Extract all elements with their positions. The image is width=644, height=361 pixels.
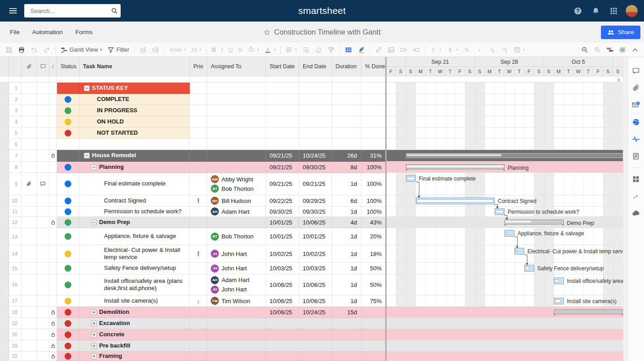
duration-cell[interactable] (332, 128, 361, 139)
assigned-to-cell[interactable]: JHJohn Hart (207, 263, 266, 274)
priority-cell[interactable] (190, 139, 207, 150)
attachment-cell[interactable] (22, 139, 37, 150)
redo-button[interactable] (41, 44, 52, 55)
row-number[interactable]: 9 (9, 173, 22, 195)
row-number[interactable]: 17 (9, 295, 22, 307)
priority-cell[interactable] (190, 329, 207, 340)
end-date-cell[interactable] (299, 83, 332, 94)
duration-cell[interactable]: 6d (332, 195, 361, 207)
gantt-summary-bar[interactable] (505, 220, 564, 225)
task-name-cell[interactable]: IN PROGRESS (79, 105, 190, 116)
end-date-cell[interactable] (299, 94, 332, 105)
attachment-cell[interactable] (22, 207, 37, 217)
assigned-to-cell[interactable]: AHAdam HartJHJohn Hart (207, 274, 266, 295)
row-number[interactable]: 22 (9, 318, 22, 329)
priority-cell[interactable] (190, 207, 207, 217)
share-button[interactable]: Share (601, 26, 640, 39)
end-date-cell[interactable]: 09/30/25 (299, 207, 332, 217)
comment-cell[interactable] (37, 263, 49, 274)
column-header-duration[interactable]: Duration (332, 57, 361, 76)
assigned-to-cell[interactable] (207, 352, 266, 361)
assigned-to-cell[interactable] (207, 307, 266, 318)
fill-color-button[interactable]: ▾ (245, 44, 261, 55)
start-date-cell[interactable]: 10/03/25 (266, 263, 299, 274)
sheet-summary-button[interactable] (629, 148, 643, 165)
attachment-cell[interactable] (22, 195, 37, 207)
task-name-cell[interactable]: Electrical- Cut power & Install temp ser… (79, 245, 190, 263)
duration-cell[interactable]: 26d (332, 150, 361, 162)
column-header-status[interactable]: Status (57, 57, 79, 76)
duration-cell[interactable]: 1d (332, 207, 361, 217)
comment-cell[interactable] (37, 228, 49, 245)
assigned-to-cell[interactable] (207, 150, 266, 162)
decimal-increase-button[interactable]: .00 (499, 44, 510, 55)
status-cell[interactable] (57, 150, 79, 162)
gantt-row[interactable]: Electrical- Cut power & Install temp ser… (386, 245, 623, 263)
indent-button[interactable] (150, 44, 161, 55)
task-name-cell[interactable]: −STATUS KEY (79, 83, 190, 94)
comment-cell[interactable] (37, 245, 49, 263)
table-row[interactable]: 6 (0, 139, 623, 150)
update-requests-panel-button[interactable]: ? (629, 97, 643, 114)
gantt-row[interactable] (386, 128, 623, 139)
sum-button[interactable]: Σ▾ (428, 44, 444, 55)
comment-cell[interactable] (37, 173, 49, 195)
date-format-button[interactable]: 31▾ (511, 44, 527, 55)
attachment-column-header[interactable] (22, 57, 37, 76)
row-number[interactable]: 12 (9, 217, 22, 228)
row-number[interactable]: 15 (9, 263, 22, 274)
gantt-row[interactable] (386, 150, 623, 162)
zoom-in-button[interactable] (592, 44, 603, 55)
row-number[interactable]: 7 (9, 150, 22, 162)
row-insert-button[interactable] (410, 44, 422, 55)
font-selector[interactable]: Arial▾ (167, 44, 187, 55)
end-date-cell[interactable] (299, 340, 332, 352)
table-row[interactable]: 14Electrical- Cut power & Install temp s… (0, 245, 623, 263)
comment-cell[interactable] (37, 150, 49, 162)
row-number[interactable]: 2 (9, 94, 22, 105)
priority-cell[interactable] (190, 228, 207, 245)
expand-button[interactable]: + (91, 332, 97, 338)
search-input[interactable] (30, 7, 111, 15)
gantt-row[interactable]: Permission to schedule work? (386, 207, 623, 217)
priority-cell[interactable] (190, 263, 207, 274)
table-row[interactable]: 32+Framing (0, 352, 623, 361)
end-date-cell[interactable]: 10/24/25 (299, 307, 332, 318)
duration-cell[interactable]: 1d (332, 173, 361, 195)
gantt-task-bar[interactable] (416, 198, 495, 204)
comment-cell[interactable] (37, 340, 49, 352)
gantt-row[interactable]: Install site camera(s) (386, 295, 623, 307)
zoom-out-button[interactable] (579, 44, 591, 55)
duration-cell[interactable] (332, 94, 361, 105)
row-number[interactable]: 14 (9, 245, 22, 263)
favorite-star-icon[interactable] (263, 29, 270, 36)
table-row[interactable]: 3IN PROGRESS (0, 105, 623, 116)
assigned-to-cell[interactable]: JHJohn Hart (207, 245, 266, 263)
gantt-row[interactable] (386, 116, 623, 128)
task-name-cell[interactable]: +Framing (79, 352, 190, 361)
assigned-to-cell[interactable]: TWTim Wilson (207, 295, 266, 307)
comment-cell[interactable] (37, 94, 49, 105)
attachment-cell[interactable] (22, 318, 37, 329)
column-header-prio[interactable]: Prio (190, 57, 207, 76)
table-row[interactable]: 29+Pre backfill (0, 340, 623, 352)
card-expand-button[interactable] (398, 44, 409, 55)
comment-cell[interactable] (37, 139, 49, 150)
task-name-cell[interactable]: ON HOLD (79, 116, 190, 128)
gantt-task-bar[interactable] (406, 175, 416, 182)
row-number[interactable]: 8 (9, 162, 22, 173)
start-date-cell[interactable]: 09/30/25 (266, 207, 299, 217)
percent-done-cell[interactable]: 100% (361, 162, 386, 173)
assigned-to-cell[interactable] (207, 217, 266, 228)
assigned-to-cell[interactable] (207, 329, 266, 340)
attachment-cell[interactable] (22, 274, 37, 295)
attachment-cell[interactable] (22, 352, 37, 361)
table-row[interactable]: 26+Concrete (0, 329, 623, 340)
status-cell[interactable] (57, 128, 79, 139)
attachment-cell[interactable] (22, 329, 37, 340)
connections-button[interactable] (629, 205, 643, 222)
assigned-to-cell[interactable] (207, 105, 266, 116)
insert-image-button[interactable] (385, 44, 397, 55)
gantt-row[interactable]: Safety Fence delivery/setup (386, 263, 623, 274)
column-header--done[interactable]: % Done (361, 57, 386, 76)
